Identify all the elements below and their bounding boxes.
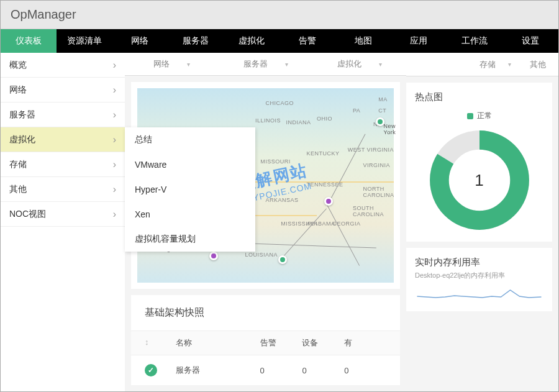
map-label: VIRGINIA	[363, 162, 390, 168]
nav-settings[interactable]: 设置	[502, 29, 558, 53]
sidebar-item-server[interactable]: 服务器›	[1, 103, 125, 127]
cell-validity: 0	[344, 366, 386, 375]
filter-bar: 网络▾ 服务器▾ 虚拟化▾	[125, 53, 406, 76]
chevron-right-icon: ›	[113, 184, 116, 195]
submenu-vmware[interactable]: VMware	[125, 152, 255, 177]
sidebar-label: NOC视图	[9, 209, 46, 220]
map-label: INDIANA	[286, 119, 311, 125]
table-header: ↕ 名称 告警 设备 有	[131, 330, 400, 355]
snapshot-title: 基础架构快照	[131, 295, 400, 330]
cell-name: 服务器	[176, 365, 260, 376]
sidebar-label: 网络	[9, 84, 27, 96]
col-device[interactable]: 设备	[302, 337, 344, 349]
sidebar-label: 其他	[9, 184, 27, 195]
nav-workflow[interactable]: 工作流	[447, 29, 502, 53]
sidebar-item-network[interactable]: 网络›	[1, 78, 125, 103]
filter-other[interactable]: 其他	[530, 59, 546, 70]
sidebar: 概览› 网络› 服务器› 虚拟化› 存储› 其他› NOC视图› 总结 VMwa…	[1, 53, 125, 391]
table-row[interactable]: ✓ 服务器 0 0 0	[131, 355, 400, 385]
map-label: MA	[378, 96, 388, 103]
app-title: OpManager	[11, 7, 76, 22]
map-label: NORTH CAROLINA	[363, 186, 394, 198]
map-marker[interactable]	[209, 252, 218, 260]
dropdown-icon: ▾	[508, 61, 511, 68]
sidebar-item-virtualization[interactable]: 虚拟化›	[1, 127, 125, 152]
map-label: LOUISIANA	[245, 252, 278, 258]
filter-bar-right: 存储▾ 其他	[406, 53, 558, 76]
sidebar-item-other[interactable]: 其他›	[1, 177, 125, 202]
map-label: KENTUCKY	[307, 150, 340, 157]
map-label: Chicago	[266, 100, 294, 106]
nav-inventory[interactable]: 资源清单	[57, 29, 112, 53]
legend-dot-icon	[467, 113, 473, 119]
nav-app[interactable]: 应用	[391, 29, 447, 53]
col-alarm[interactable]: 告警	[260, 337, 302, 349]
sidebar-label: 存储	[9, 159, 27, 170]
map-marker[interactable]	[324, 197, 333, 206]
sidebar-item-noc[interactable]: NOC视图›	[1, 202, 125, 227]
chevron-right-icon: ›	[113, 109, 116, 121]
nav-server[interactable]: 服务器	[168, 29, 224, 53]
map-label: PA	[353, 107, 360, 114]
sort-icon[interactable]: ↕	[145, 337, 176, 349]
filter-storage[interactable]: 存储▾	[479, 59, 511, 70]
nav-alarm[interactable]: 告警	[280, 29, 335, 53]
sidebar-item-storage[interactable]: 存储›	[1, 152, 125, 177]
chevron-right-icon: ›	[113, 134, 116, 145]
map-label: ARKANSAS	[266, 197, 299, 203]
nav-network[interactable]: 网络	[112, 29, 168, 53]
map-label: SOUTH CAROLINA	[353, 205, 394, 217]
col-name[interactable]: 名称	[176, 337, 260, 349]
cell-alarm: 0	[260, 366, 302, 375]
chevron-right-icon: ›	[113, 159, 116, 170]
memory-panel: 实时内存利用率 Desktop-eq22lje的内存利用率	[406, 248, 552, 311]
submenu-virtualization: 总结 VMware Hyper-V Xen 虚拟机容量规划	[125, 127, 255, 252]
filter-server[interactable]: 服务器▾	[219, 58, 312, 70]
map-label: New York	[383, 123, 396, 135]
submenu-summary[interactable]: 总结	[125, 127, 255, 152]
submenu-hyperv[interactable]: Hyper-V	[125, 177, 255, 202]
dropdown-icon: ▾	[285, 61, 288, 68]
memory-subtitle: Desktop-eq22lje的内存利用率	[415, 271, 543, 280]
filter-virtualization[interactable]: 虚拟化▾	[312, 58, 406, 70]
dropdown-icon: ▾	[187, 61, 190, 68]
map-label: OHIO	[317, 116, 332, 122]
main-nav: 仪表板 资源清单 网络 服务器 虚拟化 告警 地图 应用 工作流 设置	[1, 29, 558, 53]
cell-device: 0	[302, 366, 344, 375]
status-ok-icon: ✓	[145, 364, 157, 376]
dropdown-icon: ▾	[379, 61, 382, 68]
col-validity[interactable]: 有	[344, 337, 386, 349]
nav-virtualization[interactable]: 虚拟化	[224, 29, 280, 53]
hotspot-title: 热点图	[415, 91, 543, 103]
memory-title: 实时内存利用率	[415, 257, 543, 268]
chevron-right-icon: ›	[113, 60, 116, 71]
hotspot-panel: 热点图 正常 1	[406, 83, 552, 242]
legend: 正常	[467, 111, 492, 121]
map-label: MISSOURI	[260, 158, 291, 165]
sidebar-item-overview[interactable]: 概览›	[1, 53, 125, 78]
submenu-xen[interactable]: Xen	[125, 202, 255, 227]
submenu-capacity[interactable]: 虚拟机容量规划	[125, 227, 255, 252]
chevron-right-icon: ›	[113, 209, 116, 220]
nav-map[interactable]: 地图	[335, 29, 391, 53]
sidebar-label: 服务器	[9, 109, 35, 121]
titlebar: OpManager	[1, 1, 558, 29]
map-label: ILLINOIS	[255, 117, 281, 124]
map-label: CT	[378, 107, 386, 114]
nav-dashboard[interactable]: 仪表板	[1, 29, 57, 53]
sidebar-label: 虚拟化	[9, 134, 35, 145]
sparkline-chart	[415, 285, 543, 304]
filter-network[interactable]: 网络▾	[125, 58, 219, 70]
snapshot-panel: 基础架构快照 ↕ 名称 告警 设备 有 ✓ 服务器 0 0 0	[131, 295, 400, 385]
donut-value: 1	[427, 127, 532, 233]
sidebar-label: 概览	[9, 60, 27, 71]
chevron-right-icon: ›	[113, 84, 116, 96]
map-marker[interactable]	[278, 255, 287, 264]
donut-chart[interactable]: 1	[427, 127, 532, 233]
